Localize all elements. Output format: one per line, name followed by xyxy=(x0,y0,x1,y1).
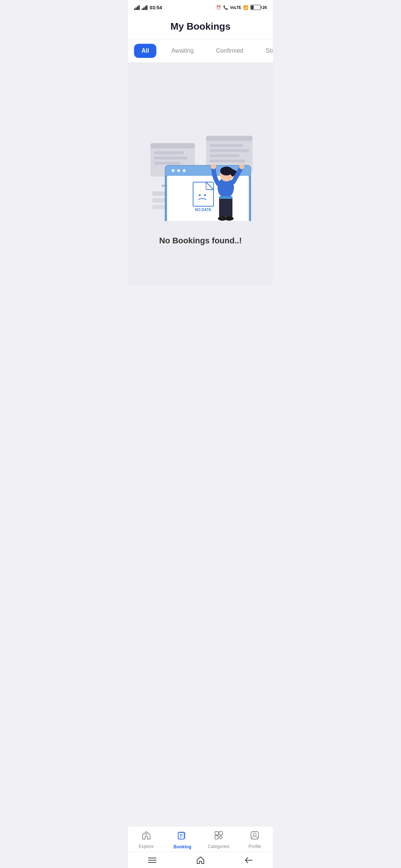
svg-rect-10 xyxy=(210,149,249,152)
svg-rect-8 xyxy=(206,136,252,141)
filter-tabs: All Awaiting Confirmed Started xyxy=(128,39,273,63)
svg-rect-2 xyxy=(154,151,184,154)
tab-awaiting[interactable]: Awaiting xyxy=(164,44,201,58)
svg-point-38 xyxy=(211,164,216,169)
battery-icon xyxy=(250,5,261,10)
status-right: ⏰ 📞 VoLTE 📶 26 xyxy=(216,5,267,10)
svg-rect-41 xyxy=(226,197,232,217)
svg-rect-3 xyxy=(154,157,188,160)
page-header: My Bookings xyxy=(128,15,273,39)
svg-point-25 xyxy=(177,169,180,172)
svg-rect-4 xyxy=(154,162,180,165)
phone-icon: 📞 xyxy=(223,5,228,10)
svg-point-24 xyxy=(172,169,175,172)
svg-point-44 xyxy=(225,216,234,221)
signal-icon xyxy=(134,5,140,10)
svg-rect-12 xyxy=(210,160,245,162)
tab-all[interactable]: All xyxy=(134,44,156,58)
tab-confirmed[interactable]: Confirmed xyxy=(209,44,251,58)
empty-state-message: No Bookings found..! xyxy=(159,236,242,246)
status-bar: 03:54 ⏰ 📞 VoLTE 📶 26 xyxy=(128,0,273,15)
tab-started[interactable]: Started xyxy=(258,44,273,58)
svg-point-32 xyxy=(204,194,206,196)
lte-icon: VoLTE xyxy=(230,6,241,10)
svg-rect-1 xyxy=(150,143,195,148)
page-title: My Bookings xyxy=(128,21,273,32)
empty-state-illustration: NO DATA xyxy=(145,102,256,221)
svg-text:NO DATA: NO DATA xyxy=(195,208,211,212)
status-left: 03:54 xyxy=(134,5,162,10)
svg-rect-40 xyxy=(219,197,226,217)
svg-point-26 xyxy=(183,169,186,172)
alarm-icon: ⏰ xyxy=(216,5,221,10)
svg-rect-9 xyxy=(210,144,243,147)
main-content: NO DATA xyxy=(128,63,273,285)
svg-point-31 xyxy=(199,194,201,196)
svg-rect-11 xyxy=(210,154,239,157)
svg-point-39 xyxy=(239,164,244,169)
clock-time: 03:54 xyxy=(150,5,162,10)
svg-rect-42 xyxy=(219,196,232,199)
wifi-icon: 📶 xyxy=(243,5,248,10)
svg-rect-28 xyxy=(193,182,213,206)
battery-level: 26 xyxy=(263,5,267,10)
signal-icon-2 xyxy=(142,5,147,10)
